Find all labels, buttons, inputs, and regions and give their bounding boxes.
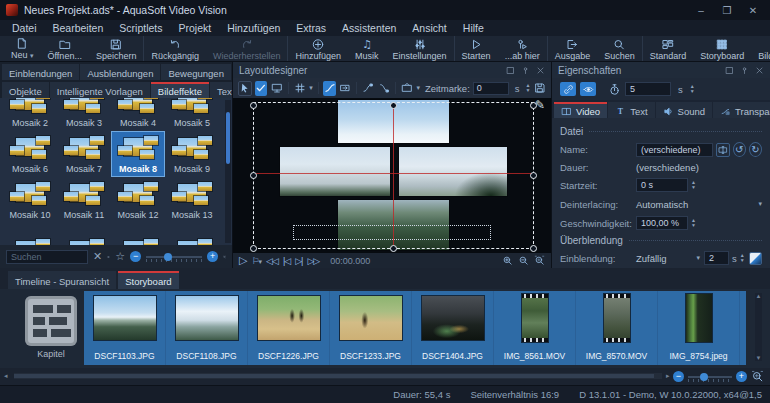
- menu-bearbeiten[interactable]: Bearbeiten: [45, 20, 112, 36]
- grid-button[interactable]: [294, 81, 306, 96]
- rotate-cw-button[interactable]: ↻: [749, 142, 762, 157]
- tab-bewegungen[interactable]: Bewegungen: [161, 64, 230, 80]
- geschwindigkeit-spinner[interactable]: ▲▼: [691, 218, 696, 228]
- tv-dropdown-caret[interactable]: ▾: [416, 84, 420, 92]
- link-duration-button[interactable]: [560, 82, 576, 96]
- tab-einblendungen[interactable]: Einblendungen: [2, 64, 79, 80]
- selection-handle[interactable]: [250, 245, 257, 252]
- camera-pan-button[interactable]: [339, 81, 351, 96]
- effect-item-mosaik-9[interactable]: Mosaik 9: [165, 131, 219, 177]
- storyboard-zoom-slider[interactable]: [688, 371, 732, 383]
- selection-handle[interactable]: [250, 172, 257, 179]
- tab-intelligente-vorlagen[interactable]: Intelligente Vorlagen: [50, 82, 150, 98]
- motion-path-button[interactable]: [323, 81, 335, 96]
- menu-assistenten[interactable]: Assistenten: [334, 20, 404, 36]
- apply-tool-button[interactable]: [255, 81, 267, 96]
- scroll-down-icon[interactable]: ▼: [755, 355, 762, 361]
- close-button[interactable]: ✕: [742, 3, 764, 17]
- effect-item-mosaik-5[interactable]: Mosaik 5: [165, 98, 219, 131]
- menu-hinzufgen[interactable]: Hinzufügen: [219, 20, 288, 36]
- toolbar-button-speichern[interactable]: Speichern: [89, 36, 144, 61]
- toolbar-button-standard[interactable]: Standard: [643, 36, 694, 61]
- panel-maximize-icon[interactable]: [725, 66, 734, 75]
- storyboard-horizontal-scrollbar[interactable]: [14, 373, 662, 379]
- canvas-zoom-out-icon[interactable]: [518, 255, 529, 266]
- effect-item-partial[interactable]: [57, 223, 111, 245]
- storyboard-item-dscf1404.jpg[interactable]: DSCF1404.JPG: [412, 291, 494, 365]
- tab-ausblendungen[interactable]: Ausblendungen: [80, 64, 160, 80]
- ease-in-button[interactable]: [362, 81, 374, 96]
- chapter-item[interactable]: Kapitel: [18, 292, 84, 364]
- storyboard-item-dscf1226.jpg[interactable]: DSCF1226.JPG: [248, 291, 330, 365]
- effect-item-mosaik-12[interactable]: Mosaik 12: [111, 177, 165, 223]
- canvas-zoom-fit-icon[interactable]: [534, 255, 545, 266]
- favorite-star-icon[interactable]: ☆: [115, 251, 125, 263]
- rename-button[interactable]: [716, 143, 729, 157]
- effect-item-mosaik-13[interactable]: Mosaik 13: [165, 177, 219, 223]
- effect-item-mosaik-8[interactable]: Mosaik 8: [111, 131, 165, 177]
- tab-bildeffekte[interactable]: Bildeffekte: [151, 82, 209, 98]
- selection-handle[interactable]: [530, 245, 537, 252]
- toolbar-button-rückgängig[interactable]: Rückgängig: [144, 36, 206, 61]
- menu-datei[interactable]: Datei: [4, 20, 45, 36]
- toolbar-button-wiederherstellen[interactable]: Wiederherstellen: [206, 36, 288, 61]
- startzeit-input[interactable]: 0 s: [636, 178, 688, 192]
- layout-canvas[interactable]: ✎: [233, 98, 551, 253]
- tv-safe-area-button[interactable]: [401, 81, 413, 96]
- properties-tab-video[interactable]: Video: [554, 102, 607, 118]
- duration-input[interactable]: 5: [625, 82, 671, 96]
- zeitmarke-spinner[interactable]: ▲▼: [526, 83, 531, 93]
- effect-item-mosaik-4[interactable]: Mosaik 4: [111, 98, 165, 131]
- last-frame-button[interactable]: ▷▷: [307, 256, 319, 266]
- effect-item-partial[interactable]: [3, 223, 57, 245]
- effect-item-mosaik-11[interactable]: Mosaik 11: [57, 177, 111, 223]
- storyboard-item-dscf1108.jpg[interactable]: DSCF1108.JPG: [166, 291, 248, 365]
- effect-item-mosaik-6[interactable]: Mosaik 6: [3, 131, 57, 177]
- toolbar-button-öffnen[interactable]: Öffnen...: [41, 36, 89, 61]
- toolbar-button-musik[interactable]: ♫Musik: [348, 36, 386, 61]
- prev-frame-button[interactable]: |◁: [283, 256, 290, 266]
- einblendung-select[interactable]: Zufällig▾: [636, 251, 700, 265]
- toolbar-button-ausgabe[interactable]: Ausgabe: [548, 36, 598, 61]
- panel-close-icon[interactable]: [755, 66, 764, 75]
- properties-tab-transparenz[interactable]: Transparenz: [713, 102, 770, 118]
- save-keyframe-button[interactable]: [534, 81, 546, 96]
- minimize-button[interactable]: –: [690, 3, 712, 17]
- storyboard-item-img_8570.mov[interactable]: IMG_8570.MOV: [576, 291, 658, 365]
- toolbar-button-storyboard[interactable]: Storyboard: [693, 36, 751, 61]
- scroll-right-icon[interactable]: ▸: [666, 372, 670, 380]
- startzeit-spinner[interactable]: ▲▼: [691, 180, 696, 190]
- toolbar-button-starten[interactable]: Starten: [455, 36, 498, 61]
- storyboard-item-dscf1233.jpg[interactable]: DSCF1233.JPG: [330, 291, 412, 365]
- timeline-tab-timeline---spuransicht[interactable]: Timeline - Spuransicht: [8, 271, 116, 289]
- preview-zoom-icon[interactable]: [223, 251, 226, 263]
- rotate-ccw-button[interactable]: ↺: [733, 142, 746, 157]
- timeline-tab-storyboard[interactable]: Storyboard: [118, 271, 178, 289]
- clear-search-icon[interactable]: ✕: [93, 251, 102, 263]
- geschwindigkeit-input[interactable]: 100,00 %: [636, 216, 688, 230]
- storyboard-zoom-fit-icon[interactable]: [751, 370, 764, 383]
- effect-item-mosaik-10[interactable]: Mosaik 10: [3, 177, 57, 223]
- menu-hilfe[interactable]: Hilfe: [455, 20, 492, 36]
- ease-out-button[interactable]: [378, 81, 390, 96]
- toolbar-button-abhier[interactable]: ...ab hier: [498, 36, 547, 61]
- zoom-in-button[interactable]: +: [207, 251, 218, 262]
- menu-scriptlets[interactable]: Scriptlets: [111, 20, 170, 36]
- toolbar-button-suchen[interactable]: Suchen: [597, 36, 642, 61]
- play-from-here-button[interactable]: ⚐▾: [251, 256, 261, 266]
- deinterlacing-select[interactable]: Automatisch▾: [636, 197, 762, 211]
- selection-handle[interactable]: [250, 102, 257, 109]
- search-input[interactable]: [6, 250, 88, 264]
- effect-item-mosaik-7[interactable]: Mosaik 7: [57, 131, 111, 177]
- selection-handle[interactable]: [390, 245, 397, 252]
- menu-ansicht[interactable]: Ansicht: [404, 20, 454, 36]
- einblendung-spinner[interactable]: ▲▼: [740, 253, 745, 263]
- eye-icon[interactable]: [107, 251, 110, 263]
- canvas-zoom-in-icon[interactable]: [502, 255, 513, 266]
- effect-item-partial[interactable]: [111, 223, 165, 245]
- duration-spinner[interactable]: ▲▼: [690, 84, 695, 94]
- properties-tab-text[interactable]: TText: [608, 102, 654, 118]
- storyboard-zoom-in-button[interactable]: +: [736, 371, 747, 382]
- panel-maximize-icon[interactable]: [506, 66, 515, 75]
- storyboard-item-dscf1103.jpg[interactable]: DSCF1103.JPG: [84, 291, 166, 365]
